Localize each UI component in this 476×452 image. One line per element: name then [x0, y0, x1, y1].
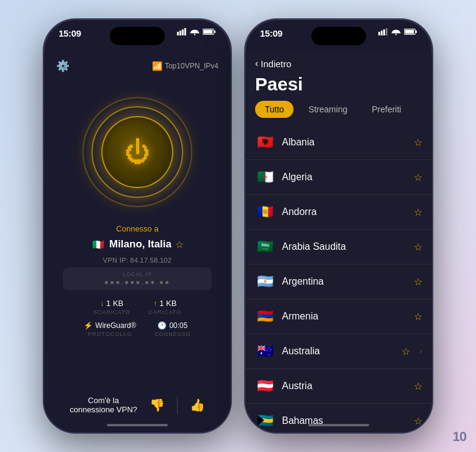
country-star[interactable]: ☆	[414, 415, 422, 427]
phone1-content: ⚙️ 📶 Top10VPN_IPv4 ⏻ Connesso a 🇮🇹 Milan…	[44, 53, 231, 432]
feedback-text: Com'è la connessione VPN?	[70, 396, 137, 414]
local-ip-value: ●●●.●●●.●●.●●	[71, 278, 204, 286]
download-value: 1 KB	[106, 299, 123, 308]
upload-label: CARICATO	[149, 309, 182, 315]
power-button-container[interactable]: ⏻	[82, 97, 192, 207]
protocol-label: PROTOCOLLO	[88, 331, 132, 337]
country-flag: 🇦🇺	[255, 341, 275, 361]
country-name: Andorra	[282, 206, 406, 217]
wifi-label-icon: 📶	[152, 61, 162, 71]
back-chevron-icon: ‹	[255, 58, 258, 69]
list-item[interactable]: 🇦🇹 Austria ☆	[245, 369, 432, 404]
country-flag: 🇦🇹	[255, 376, 275, 396]
list-item[interactable]: 🇦🇩 Andorra ☆	[245, 195, 432, 230]
svg-rect-12	[416, 31, 417, 33]
location-star[interactable]: ☆	[175, 239, 184, 250]
back-row[interactable]: ‹ Indietro	[245, 53, 432, 71]
country-star[interactable]: ☆	[414, 206, 422, 218]
svg-rect-8	[381, 31, 383, 35]
upload-stat: ↑ 1 KB CARICATO	[149, 299, 182, 315]
location-row: 🇮🇹 Milano, Italia ☆	[91, 237, 184, 252]
country-flag: 🇦🇱	[255, 133, 275, 152]
status-icons-right	[378, 28, 417, 35]
tab-tutto[interactable]: Tutto	[255, 101, 294, 118]
time-label: CONNESSO	[154, 331, 191, 337]
country-star[interactable]: ☆	[414, 311, 422, 323]
clock-icon: 🕐	[157, 321, 167, 330]
country-star[interactable]: ☆	[414, 276, 422, 288]
tab-streaming[interactable]: Streaming	[298, 101, 357, 118]
vpn-ip: VPN IP: 84.17.58.102	[103, 257, 171, 264]
location-name: Milano, Italia	[109, 238, 171, 250]
svg-rect-1	[179, 31, 181, 35]
local-ip-label: LOCAL IP	[71, 271, 204, 277]
svg-rect-10	[386, 28, 388, 35]
list-item[interactable]: 🇦🇷 Argentina ☆	[245, 264, 432, 299]
country-flag: 🇧🇸	[255, 411, 275, 431]
country-flag: 🇸🇦	[255, 237, 275, 257]
country-flag: 🇩🇿	[255, 167, 275, 187]
home-indicator-left	[107, 424, 168, 426]
list-item[interactable]: 🇦🇲 Armenia ☆	[245, 299, 432, 334]
svg-rect-7	[378, 32, 380, 35]
battery-icon-right	[404, 28, 417, 35]
list-item[interactable]: 🇧🇸 Bahamas ☆	[245, 404, 432, 432]
wifi-icon-left	[190, 28, 200, 35]
phone1-top-bar: ⚙️ 📶 Top10VPN_IPv4	[44, 53, 231, 79]
country-name: Arabia Saudita	[282, 241, 406, 252]
chevron-right-icon: ›	[420, 347, 422, 355]
country-name: Australia	[282, 346, 394, 357]
svg-rect-3	[184, 28, 186, 35]
country-name: Albania	[282, 137, 406, 148]
phone-countries-list: 15:09 ‹ Ind	[244, 18, 433, 434]
power-middle-ring	[92, 106, 183, 198]
svg-rect-6	[203, 30, 212, 34]
country-name: Argentina	[282, 276, 406, 287]
country-name: Austria	[282, 381, 406, 392]
phone-vpn-connected: 15:09 ⚙️	[43, 18, 232, 434]
list-item[interactable]: 🇦🇺 Australia ☆ ›	[245, 334, 432, 369]
time-item: 🕐 00:05 CONNESSO	[154, 321, 191, 337]
country-star[interactable]: ☆	[414, 381, 422, 392]
protocol-item: ⚡ WireGuard® PROTOCOLLO	[84, 321, 136, 337]
page-title: Paesi	[245, 71, 432, 101]
country-star[interactable]: ☆	[414, 172, 422, 183]
upload-value: 1 KB	[159, 299, 176, 308]
network-label: 📶 Top10VPN_IPv4	[152, 61, 218, 71]
country-name: Armenia	[282, 311, 406, 322]
svg-rect-5	[214, 31, 215, 33]
protocol-value: ⚡ WireGuard®	[84, 321, 136, 330]
battery-icon-left	[203, 28, 216, 35]
status-time-right: 15:09	[260, 28, 283, 38]
svg-rect-9	[383, 29, 385, 35]
country-star[interactable]: ☆	[414, 137, 422, 148]
settings-icon[interactable]: ⚙️	[56, 59, 70, 73]
back-label: Indietro	[261, 59, 291, 69]
watermark: 10	[453, 429, 466, 445]
thumbdown-icon[interactable]: 👎	[150, 398, 165, 412]
dynamic-island-right	[311, 27, 366, 45]
status-time-left: 15:09	[59, 28, 81, 38]
time-value: 🕐 00:05	[157, 321, 187, 330]
country-list: 🇦🇱 Albania ☆ 🇩🇿 Algeria ☆ 🇦🇩 Andorra ☆ 🇸…	[245, 125, 432, 432]
list-item[interactable]: 🇩🇿 Algeria ☆	[245, 160, 432, 195]
download-arrow: ↓	[100, 299, 104, 308]
home-indicator-right	[308, 424, 369, 426]
country-flag: 🇦🇩	[255, 202, 275, 222]
tab-preferiti[interactable]: Preferiti	[362, 101, 411, 118]
country-star[interactable]: ☆	[414, 241, 422, 253]
svg-rect-2	[182, 29, 184, 35]
svg-rect-13	[405, 30, 414, 34]
country-name: Algeria	[282, 172, 406, 183]
feedback-divider	[177, 396, 178, 414]
country-flag: 🇦🇲	[255, 307, 275, 326]
list-item[interactable]: 🇦🇱 Albania ☆	[245, 125, 432, 160]
feedback-row: Com'è la connessione VPN? 👎 👍	[44, 396, 231, 414]
signal-icon	[177, 28, 187, 35]
download-stat: ↓ 1 KB SCARICATO	[93, 299, 131, 315]
list-item[interactable]: 🇸🇦 Arabia Saudita ☆	[245, 230, 432, 264]
connected-to-label: Connesso a	[116, 224, 158, 233]
thumbup-icon[interactable]: 👍	[190, 398, 205, 412]
protocol-row: ⚡ WireGuard® PROTOCOLLO 🕐 00:05 CONNESSO	[84, 321, 190, 337]
country-star[interactable]: ☆	[402, 346, 410, 357]
